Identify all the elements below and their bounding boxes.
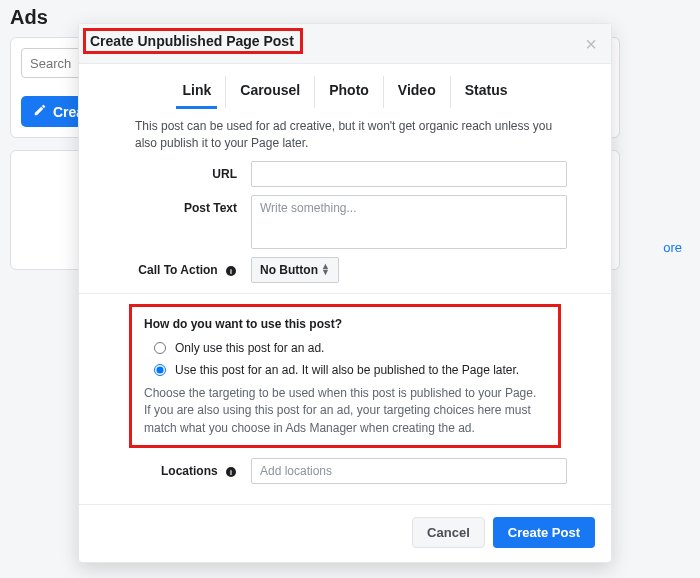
- label-post-text: Post Text: [123, 195, 251, 215]
- tab-link[interactable]: Link: [168, 76, 226, 108]
- tab-photo[interactable]: Photo: [315, 76, 384, 108]
- modal-backdrop: Create Unpublished Page Post × Link Caro…: [0, 0, 700, 578]
- cta-select-value: No Button: [260, 263, 318, 277]
- modal-footer: Cancel Create Post: [79, 504, 611, 562]
- modal-title: Create Unpublished Page Post: [90, 33, 294, 49]
- modal-body: This post can be used for ad creative, b…: [79, 108, 611, 498]
- helper-text: This post can be used for ad creative, b…: [123, 118, 567, 161]
- create-post-modal: Create Unpublished Page Post × Link Caro…: [78, 23, 612, 563]
- create-post-button[interactable]: Create Post: [493, 517, 595, 548]
- label-locations: Locations i: [123, 458, 251, 478]
- radio-ad-and-publish[interactable]: [154, 364, 166, 376]
- tab-status[interactable]: Status: [451, 76, 522, 108]
- row-url: URL: [123, 161, 567, 187]
- row-post-text: Post Text: [123, 195, 567, 249]
- modal-title-highlight: Create Unpublished Page Post: [83, 28, 303, 54]
- modal-header: Create Unpublished Page Post ×: [79, 24, 611, 64]
- usage-question: How do you want to use this post?: [144, 317, 546, 331]
- cancel-button[interactable]: Cancel: [412, 517, 485, 548]
- info-icon[interactable]: i: [225, 265, 237, 277]
- radio-ad-only-label: Only use this post for an ad.: [175, 341, 324, 355]
- locations-input[interactable]: [251, 458, 567, 484]
- usage-section-highlight: How do you want to use this post? Only u…: [129, 304, 561, 448]
- radio-ad-only[interactable]: [154, 342, 166, 354]
- select-arrows-icon: ▲▼: [321, 264, 330, 275]
- close-icon[interactable]: ×: [585, 34, 597, 54]
- label-url: URL: [123, 161, 251, 181]
- url-input[interactable]: [251, 161, 567, 187]
- info-icon[interactable]: i: [225, 466, 237, 478]
- tab-video[interactable]: Video: [384, 76, 451, 108]
- usage-description: Choose the targeting to be used when thi…: [144, 385, 546, 437]
- label-cta-text: Call To Action: [138, 263, 217, 277]
- post-type-tabs: Link Carousel Photo Video Status: [79, 64, 611, 108]
- post-text-input[interactable]: [251, 195, 567, 249]
- svg-text:i: i: [230, 267, 232, 274]
- label-locations-text: Locations: [161, 464, 218, 478]
- tab-carousel[interactable]: Carousel: [226, 76, 315, 108]
- svg-text:i: i: [230, 468, 232, 475]
- row-locations: Locations i: [123, 458, 567, 484]
- radio-ad-only-row[interactable]: Only use this post for an ad.: [144, 341, 546, 355]
- cta-select[interactable]: No Button ▲▼: [251, 257, 339, 283]
- radio-ad-and-publish-row[interactable]: Use this post for an ad. It will also be…: [144, 363, 546, 377]
- divider: [79, 293, 611, 294]
- label-cta: Call To Action i: [123, 257, 251, 277]
- radio-ad-and-publish-label: Use this post for an ad. It will also be…: [175, 363, 519, 377]
- row-cta: Call To Action i No Button ▲▼: [123, 257, 567, 283]
